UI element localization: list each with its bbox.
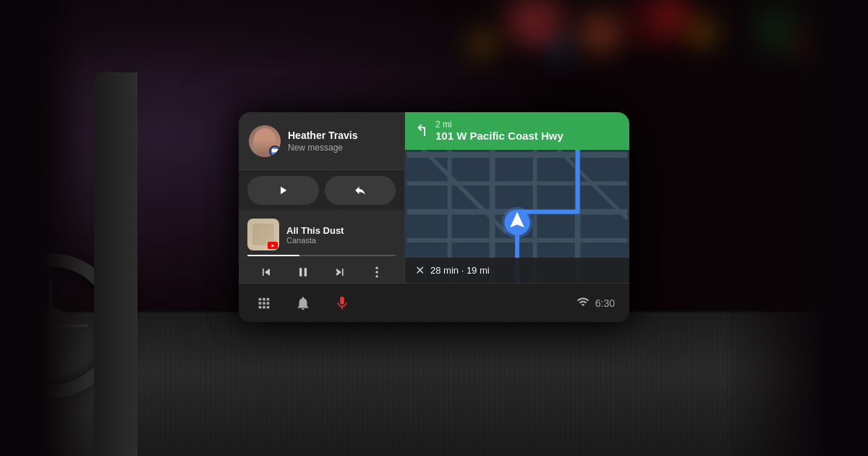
music-info-row: All This Dust Canasta (247, 219, 396, 250)
pause-button[interactable] (293, 262, 313, 282)
sender-name: Heather Travis (288, 129, 394, 142)
reply-icon (354, 184, 367, 197)
signal-strength-icon (576, 295, 590, 308)
time-display: 6:30 (595, 297, 615, 309)
skip-forward-icon (333, 265, 347, 279)
more-options-button[interactable] (367, 262, 387, 282)
turn-distance: 2 mi (435, 119, 619, 130)
message-icon (272, 148, 278, 154)
infotainment-screen: Heather Travis New message (239, 112, 629, 322)
bell-icon (295, 295, 311, 311)
skip-back-icon (259, 265, 273, 279)
avatar (249, 125, 281, 157)
screen-display: Heather Travis New message (239, 112, 629, 322)
youtube-icon (269, 243, 276, 248)
svg-point-2 (376, 271, 378, 273)
status-bar: 6:30 (576, 295, 615, 311)
map-panel[interactable]: ↰ 2 mi 101 W Pacific Coast Hwy ✕ 28 min … (405, 112, 629, 283)
skip-forward-button[interactable] (330, 262, 350, 282)
message-type: New message (288, 143, 394, 153)
eta-minutes: 28 min (430, 265, 459, 276)
play-icon (276, 184, 289, 197)
notifications-button[interactable] (292, 292, 314, 314)
reply-buttons-row (239, 170, 404, 211)
a-pillar (94, 72, 137, 456)
nav-icons (253, 292, 353, 314)
close-route-icon[interactable]: ✕ (415, 263, 425, 277)
song-artist: Canasta (286, 236, 396, 245)
top-vignette (0, 0, 868, 72)
svg-point-3 (376, 275, 378, 277)
song-title: All This Dust (286, 225, 396, 236)
music-card[interactable]: All This Dust Canasta (239, 211, 404, 283)
left-panel: Heather Travis New message (239, 112, 405, 283)
eta-separator: · (461, 265, 467, 276)
play-button[interactable] (247, 176, 319, 205)
youtube-badge (268, 242, 278, 249)
bottom-nav: 6:30 (239, 283, 629, 322)
message-badge (269, 145, 281, 157)
svg-marker-0 (272, 244, 275, 247)
turn-arrow-icon: ↰ (415, 122, 428, 140)
pause-icon (296, 265, 310, 279)
apps-button[interactable] (253, 292, 275, 314)
signal-icon (576, 295, 590, 311)
skip-back-button[interactable] (256, 262, 276, 282)
message-text: Heather Travis New message (288, 129, 394, 152)
mic-button[interactable] (331, 292, 353, 314)
turn-indicator: ↰ 2 mi 101 W Pacific Coast Hwy (405, 112, 629, 150)
music-progress-fill (247, 255, 299, 256)
reply-button[interactable] (325, 176, 396, 205)
eta-bar: ✕ 28 min · 19 mi (405, 258, 629, 283)
svg-point-1 (376, 267, 378, 269)
more-options-icon (370, 265, 384, 279)
apps-icon (256, 295, 272, 311)
turn-street: 101 W Pacific Coast Hwy (435, 130, 619, 143)
message-card[interactable]: Heather Travis New message (239, 112, 404, 170)
music-controls (247, 261, 396, 283)
screen-content: Heather Travis New message (239, 112, 629, 283)
eta-text: 28 min · 19 mi (430, 265, 490, 276)
turn-text: 2 mi 101 W Pacific Coast Hwy (435, 119, 619, 143)
album-art (247, 219, 279, 250)
music-progress-bar[interactable] (247, 255, 396, 256)
mic-icon (334, 295, 350, 311)
music-text: All This Dust Canasta (286, 225, 396, 245)
eta-miles: 19 mi (467, 265, 490, 276)
